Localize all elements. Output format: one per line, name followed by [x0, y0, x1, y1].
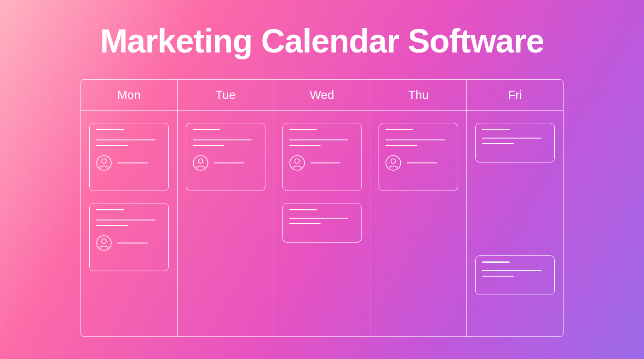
day-body: [467, 111, 563, 336]
svg-point-0: [97, 156, 111, 170]
avatar-icon: [289, 155, 305, 171]
day-body: [370, 111, 466, 336]
avatar-icon: [385, 155, 401, 171]
card-line-placeholder: [385, 139, 445, 140]
card-title-placeholder: [482, 261, 510, 263]
task-card[interactable]: [282, 203, 362, 243]
card-title-placeholder: [193, 129, 220, 130]
task-card[interactable]: [475, 255, 555, 295]
day-body: [178, 111, 274, 336]
card-assignee-row: [96, 235, 162, 251]
card-title-placeholder: [482, 129, 510, 130]
day-header: Wed: [274, 80, 370, 111]
day-column-fri: Fri: [467, 80, 563, 336]
day-header: Thu: [370, 80, 466, 111]
card-line-placeholder: [96, 225, 128, 226]
card-title-placeholder: [385, 129, 413, 130]
card-line-placeholder: [385, 145, 417, 146]
card-line-placeholder: [289, 223, 321, 224]
avatar-icon: [193, 155, 208, 171]
card-assignee-row: [96, 155, 162, 171]
day-column-tue: Tue: [178, 80, 274, 336]
svg-point-2: [97, 236, 111, 250]
card-line-placeholder: [482, 270, 541, 271]
task-card[interactable]: [186, 123, 265, 191]
card-line-placeholder: [289, 218, 349, 219]
card-title-placeholder: [289, 209, 317, 210]
svg-point-1: [102, 159, 106, 163]
avatar-icon: [96, 155, 112, 171]
card-line-placeholder: [96, 220, 155, 220]
card-assignee-placeholder: [310, 162, 341, 163]
card-assignee-placeholder: [407, 162, 437, 163]
card-line-placeholder: [96, 145, 128, 146]
day-body: [81, 111, 177, 336]
card-line-placeholder: [193, 139, 252, 140]
card-assignee-placeholder: [214, 162, 244, 163]
task-card[interactable]: [89, 203, 169, 271]
card-line-placeholder: [289, 145, 321, 146]
avatar-icon: [96, 235, 112, 251]
day-header: Fri: [467, 80, 563, 111]
card-title-placeholder: [96, 129, 124, 130]
page-title: Marketing Calendar Software: [100, 22, 544, 60]
card-assignee-row: [385, 155, 451, 171]
card-line-placeholder: [193, 145, 224, 146]
card-line-placeholder: [96, 139, 155, 140]
svg-point-3: [102, 239, 106, 243]
svg-point-9: [391, 159, 396, 163]
svg-point-8: [386, 156, 401, 170]
svg-point-5: [198, 159, 203, 163]
day-body: [274, 111, 370, 336]
calendar-board: Mon: [80, 79, 564, 337]
card-line-placeholder: [289, 139, 349, 140]
day-header: Mon: [81, 80, 177, 111]
card-assignee-placeholder: [117, 162, 148, 163]
card-line-placeholder: [482, 276, 514, 277]
card-title-placeholder: [289, 129, 317, 130]
card-line-placeholder: [482, 143, 514, 144]
svg-point-4: [193, 156, 208, 170]
card-title-placeholder: [96, 209, 124, 210]
day-column-mon: Mon: [81, 80, 178, 336]
svg-point-6: [290, 156, 305, 170]
card-assignee-row: [289, 155, 355, 171]
svg-point-7: [295, 159, 299, 163]
task-card[interactable]: [475, 123, 555, 162]
day-column-wed: Wed: [274, 80, 371, 336]
task-card[interactable]: [89, 123, 169, 191]
card-line-placeholder: [482, 138, 541, 139]
task-card[interactable]: [282, 123, 362, 191]
day-header: Tue: [178, 80, 274, 111]
day-column-thu: Thu: [370, 80, 467, 336]
card-assignee-placeholder: [117, 243, 148, 243]
card-assignee-row: [193, 155, 259, 171]
task-card[interactable]: [379, 123, 458, 191]
